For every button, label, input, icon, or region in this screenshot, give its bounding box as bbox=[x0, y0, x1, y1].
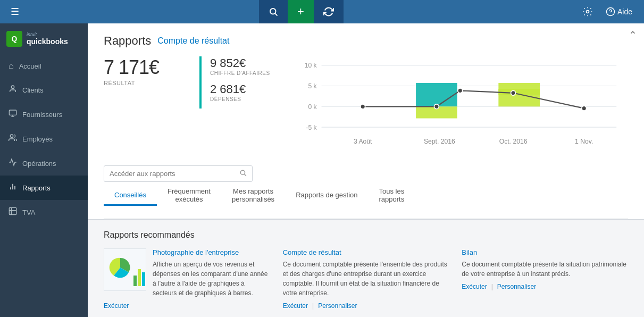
svg-rect-8 bbox=[9, 110, 16, 115]
svg-rect-43 bbox=[133, 276, 137, 286]
exec-link-photographie[interactable]: Exécuter bbox=[104, 302, 129, 310]
custom-link-compte-resultat[interactable]: Personnaliser bbox=[318, 302, 357, 310]
sidebar-label-clients: Clients bbox=[22, 86, 44, 94]
sidebar-item-rapports[interactable]: Rapports bbox=[0, 176, 88, 200]
report-title-row: Rapports Compte de résultat bbox=[104, 34, 628, 48]
card-title-bilan[interactable]: Bilan bbox=[462, 248, 628, 256]
collapse-button[interactable] bbox=[622, 23, 644, 44]
sidebar-item-fournisseurs[interactable]: Fournisseurs bbox=[0, 102, 88, 127]
report-summary: 7 171€ RÉSULTAT 9 852€ CHIFFRE D'AFFAIRE… bbox=[104, 56, 628, 159]
tab-mes-rapports[interactable]: Mes rapportspersonnalisés bbox=[221, 182, 285, 210]
tab-gestion[interactable]: Rapports de gestion bbox=[285, 186, 368, 206]
card-desc-compte-resultat: Ce document comptable présente l'ensembl… bbox=[283, 260, 449, 298]
sidebar-label-accueil: Accueil bbox=[19, 62, 41, 70]
sidebar-item-clients[interactable]: Clients bbox=[0, 78, 88, 102]
sidebar-item-tva[interactable]: TVA bbox=[0, 200, 88, 224]
svg-rect-45 bbox=[142, 272, 145, 286]
sidebar-logo: Q intuit quickbooks bbox=[0, 23, 88, 54]
sidebar-label-tva: TVA bbox=[22, 208, 35, 216]
tab-divider bbox=[104, 219, 628, 219]
action-sep-1: | bbox=[312, 302, 314, 310]
svg-point-2 bbox=[586, 11, 589, 13]
report-cards: Photographie de l'entreprise Affiche un … bbox=[104, 248, 628, 310]
search-bar bbox=[104, 165, 253, 182]
report-header: Rapports Compte de résultat 7 171€ RÉSUL… bbox=[88, 23, 644, 159]
svg-line-1 bbox=[275, 13, 277, 15]
sidebar-label-operations: Opérations bbox=[22, 160, 56, 168]
content-area: Rapports Compte de résultat 7 171€ RÉSUL… bbox=[88, 23, 644, 317]
svg-point-0 bbox=[270, 9, 276, 14]
sidebar-label-employes: Employés bbox=[22, 135, 53, 143]
chiffre-affaires: 9 852€ CHIFFRE D'AFFAIRES bbox=[210, 56, 270, 76]
tab-tous[interactable]: Tous lesrapports bbox=[368, 182, 415, 210]
svg-line-40 bbox=[245, 174, 246, 176]
result-label: RÉSULTAT bbox=[104, 80, 199, 86]
clients-icon bbox=[9, 85, 17, 95]
chiffre-amount: 9 852€ bbox=[210, 56, 270, 70]
summary-details: 9 852€ CHIFFRE D'AFFAIRES 2 681€ DÉPENSE… bbox=[199, 56, 270, 109]
sidebar-item-operations[interactable]: Opérations bbox=[0, 151, 88, 176]
exec-link-bilan[interactable]: Exécuter bbox=[462, 283, 487, 290]
report-card-bilan: Bilan Ce document comptable présente la … bbox=[462, 248, 628, 290]
svg-point-11 bbox=[10, 135, 13, 137]
tab-frequemment[interactable]: Fréquemmentexécutés bbox=[157, 182, 221, 210]
report-card-photographie: Photographie de l'entreprise Affiche un … bbox=[104, 248, 270, 310]
top-navigation: ☰ + bbox=[0, 0, 644, 23]
svg-point-7 bbox=[11, 86, 14, 88]
result-section: 7 171€ RÉSULTAT bbox=[104, 56, 199, 86]
add-button[interactable]: + bbox=[288, 0, 314, 23]
menu-button[interactable]: ☰ bbox=[4, 2, 26, 22]
svg-rect-15 bbox=[9, 207, 16, 214]
svg-text:Sept. 2016: Sept. 2016 bbox=[424, 138, 455, 145]
search-icon bbox=[239, 169, 247, 178]
help-button[interactable]: Aide bbox=[600, 4, 638, 20]
sidebar-label-rapports: Rapports bbox=[22, 184, 51, 192]
svg-point-31 bbox=[434, 104, 439, 109]
action-sep-2: | bbox=[491, 283, 493, 290]
card-with-thumb: Photographie de l'entreprise Affiche un … bbox=[104, 248, 270, 310]
report-subtitle[interactable]: Compte de résultat bbox=[157, 36, 229, 46]
svg-point-33 bbox=[511, 90, 515, 95]
svg-point-32 bbox=[457, 88, 462, 93]
card-actions-photographie: Exécuter bbox=[104, 302, 270, 310]
logo-icon: Q bbox=[6, 31, 22, 47]
svg-text:0 k: 0 k bbox=[308, 103, 317, 111]
svg-rect-44 bbox=[138, 269, 141, 286]
tab-conseilles[interactable]: Conseillés bbox=[104, 186, 157, 206]
custom-link-bilan[interactable]: Personnaliser bbox=[497, 283, 536, 290]
card-desc-photographie: Affiche un aperçu de vos revenus et dépe… bbox=[153, 260, 270, 298]
tabs-row: Conseillés Fréquemmentexécutés Mes rappo… bbox=[104, 182, 628, 210]
card-desc-bilan: Ce document comptable présente la situat… bbox=[462, 260, 628, 279]
depenses-label: DÉPENSES bbox=[210, 96, 270, 102]
settings-button[interactable] bbox=[577, 3, 598, 20]
search-input[interactable] bbox=[110, 170, 239, 178]
top-nav-right: Aide bbox=[577, 3, 644, 20]
svg-rect-26 bbox=[416, 83, 457, 106]
sidebar-label-fournisseurs: Fournisseurs bbox=[22, 111, 62, 119]
result-amount: 7 171€ bbox=[104, 56, 199, 79]
card-actions-compte-resultat: Exécuter | Personnaliser bbox=[283, 302, 449, 310]
svg-text:-5 k: -5 k bbox=[306, 124, 317, 131]
card-title-compte-resultat[interactable]: Compte de résultat bbox=[283, 248, 449, 256]
svg-text:Oct. 2016: Oct. 2016 bbox=[499, 138, 527, 145]
top-nav-left: ☰ bbox=[0, 2, 26, 22]
sidebar-item-employes[interactable]: Employés bbox=[0, 127, 88, 151]
exec-link-compte-resultat[interactable]: Exécuter bbox=[283, 302, 308, 310]
sidebar-item-accueil[interactable]: ⌂ Accueil bbox=[0, 54, 88, 78]
operations-icon bbox=[9, 158, 17, 169]
card-actions-bilan: Exécuter | Personnaliser bbox=[462, 283, 628, 290]
fournisseurs-icon bbox=[9, 109, 17, 120]
svg-text:1 Nov.: 1 Nov. bbox=[575, 138, 593, 145]
refresh-button[interactable] bbox=[314, 0, 344, 23]
search-button[interactable] bbox=[259, 0, 288, 23]
employes-icon bbox=[9, 134, 17, 144]
card-title-photographie[interactable]: Photographie de l'entreprise bbox=[153, 248, 270, 256]
svg-point-34 bbox=[581, 106, 586, 111]
page-title: Rapports bbox=[104, 34, 151, 48]
logo-text: intuit quickbooks bbox=[27, 32, 68, 46]
card-content-photographie: Photographie de l'entreprise Affiche un … bbox=[153, 248, 270, 298]
svg-text:Q: Q bbox=[12, 35, 18, 43]
rapports-icon bbox=[9, 182, 17, 193]
depenses: 2 681€ DÉPENSES bbox=[210, 82, 270, 102]
chart-area: 10 k 5 k 0 k -5 k bbox=[286, 56, 628, 159]
